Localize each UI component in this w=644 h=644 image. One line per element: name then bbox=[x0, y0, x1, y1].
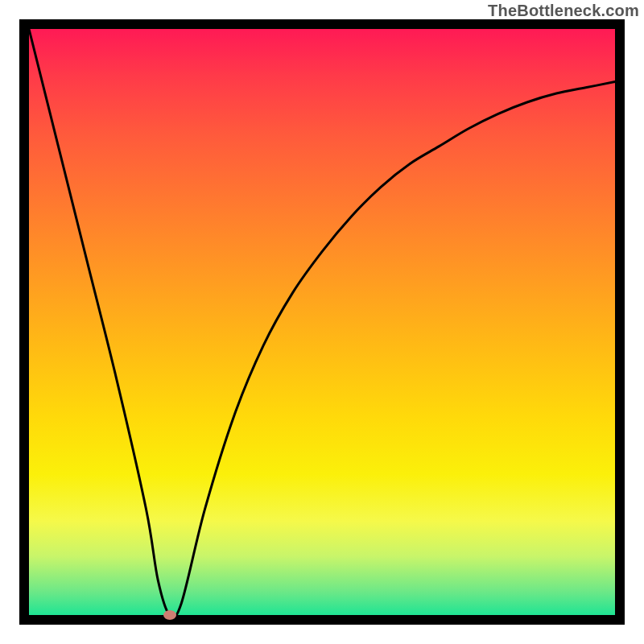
bottleneck-curve bbox=[29, 29, 615, 617]
watermark-text: TheBottleneck.com bbox=[488, 2, 639, 20]
plot-frame bbox=[19, 19, 625, 625]
chart-container: TheBottleneck.com bbox=[0, 0, 644, 644]
optimum-marker bbox=[163, 610, 176, 620]
plot-area bbox=[29, 29, 615, 615]
curve-svg bbox=[29, 29, 615, 615]
